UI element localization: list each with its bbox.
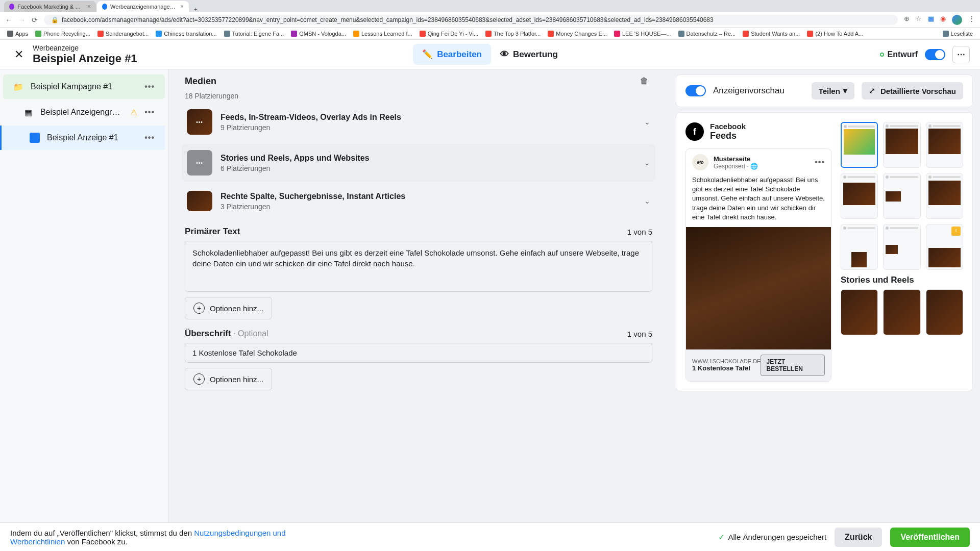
more-icon[interactable]: ••• <box>144 108 155 117</box>
close-icon[interactable]: ✕ <box>10 44 28 65</box>
bookmark-item[interactable]: Money Changes E... <box>546 30 609 38</box>
share-button[interactable]: Teilen▾ <box>812 82 854 99</box>
bookmark-item[interactable]: Chinese translation... <box>154 30 218 38</box>
extension-icon[interactable]: ▦ <box>928 15 934 25</box>
placement-row-right[interactable]: Rechte Spalte, Suchergebnisse, Instant A… <box>182 185 655 217</box>
bookmark-item[interactable]: GMSN - Vologda... <box>289 30 348 38</box>
chevron-down-icon[interactable]: ⌄ <box>644 118 650 126</box>
bookmark-item[interactable]: The Top 3 Platfor... <box>483 30 543 38</box>
translate-icon[interactable]: ⊕ <box>904 15 910 25</box>
favicon-icon <box>9 4 14 10</box>
ads-header: ✕ Werbeanzeige Beispiel Anzeige #1 ✏️ Be… <box>0 40 980 69</box>
facebook-logo-icon: f <box>685 122 704 141</box>
close-icon[interactable]: × <box>180 3 184 10</box>
back-icon[interactable]: ← <box>5 16 12 24</box>
headline-count: 1 von 5 <box>627 330 652 338</box>
section-label: Feeds <box>710 131 746 141</box>
add-option-button[interactable]: + Optionen hinz... <box>185 297 272 319</box>
bookmark-item[interactable]: Phone Recycling... <box>33 30 92 38</box>
grid-section-title: Stories und Reels <box>841 275 963 285</box>
cta-button[interactable]: JETZT BESTELLEN <box>761 355 825 376</box>
preview-thumb[interactable] <box>926 122 963 168</box>
expand-icon: ⤢ <box>869 86 875 95</box>
sidebar-item-campaign[interactable]: 📁 Beispiel Kampagne #1 ••• <box>3 74 165 99</box>
reload-icon[interactable]: ⟳ <box>32 16 38 24</box>
preview-toggle[interactable] <box>685 85 706 96</box>
page-name: Musterseite <box>714 155 758 163</box>
media-subtitle: 18 Platzierungen <box>185 92 652 100</box>
bookmark-item[interactable]: LEE 'S HOUSE—... <box>612 30 673 38</box>
pencil-icon: ✏️ <box>422 49 433 60</box>
chevron-down-icon: ▾ <box>843 86 847 95</box>
headline-input[interactable]: 1 Kostenlose Tafel Schokolade <box>185 343 652 363</box>
active-toggle[interactable] <box>925 49 945 60</box>
bookmark-item[interactable]: (2) How To Add A... <box>805 30 865 38</box>
placement-row-feeds[interactable]: ••• Feeds, In-Stream-Videos, Overlay Ads… <box>182 103 655 141</box>
placement-row-stories[interactable]: ••• Stories und Reels, Apps und Websites… <box>182 144 655 182</box>
primary-text-label: Primärer Text <box>185 227 240 237</box>
preview-thumb[interactable] <box>926 289 963 335</box>
preview-thumb[interactable] <box>841 173 878 219</box>
profile-avatar[interactable] <box>952 15 962 25</box>
eye-icon: 👁 <box>500 49 509 60</box>
post-image <box>686 227 831 349</box>
bookmark-item[interactable]: Tutorial: Eigene Fa... <box>222 30 286 38</box>
placement-thumbnail <box>187 191 212 211</box>
placement-title: Stories und Reels, Apps und Websites <box>220 153 636 164</box>
edit-tab[interactable]: ✏️ Bearbeiten <box>413 44 491 65</box>
preview-thumb[interactable] <box>883 122 920 168</box>
browser-tab-active[interactable]: Werbeanzeigenmanager - We... × <box>97 1 189 12</box>
tab-title: Werbeanzeigenmanager - We... <box>110 4 177 10</box>
chevron-down-icon[interactable]: ⌄ <box>644 159 650 167</box>
bookmark-item[interactable]: Sonderangebot... <box>95 30 151 38</box>
trash-icon[interactable]: 🗑 <box>636 72 652 90</box>
add-option-button[interactable]: + Optionen hinz... <box>185 368 272 390</box>
preview-thumb[interactable] <box>841 122 878 168</box>
warning-icon: ⚠ <box>130 108 137 117</box>
expand-button[interactable]: ⤢ Detaillierte Vorschau <box>862 82 963 99</box>
preview-thumb[interactable] <box>926 173 963 219</box>
chevron-down-icon[interactable]: ⌄ <box>644 197 650 205</box>
forward-icon[interactable]: → <box>18 16 26 24</box>
bookmark-item[interactable]: Datenschutz – Re... <box>676 30 738 38</box>
address-bar[interactable]: 🔒 facebook.com/adsmanager/manage/ads/edi… <box>44 15 898 25</box>
more-button[interactable]: ⋯ <box>952 46 970 63</box>
bookmark-item[interactable]: Qing Fei De Yi - Vi... <box>418 30 480 38</box>
reading-list[interactable]: Leseliste <box>941 30 975 38</box>
placement-thumbnail: ••• <box>187 109 212 135</box>
media-title: Medien <box>185 76 216 87</box>
primary-text-input[interactable]: Schokoladenliebhaber aufgepasst! Bei uns… <box>185 241 652 292</box>
sidebar-item-ad[interactable]: Beispiel Anzeige #1 ••• <box>0 126 165 150</box>
browser-tab[interactable]: Facebook Marketing & Werbe... × <box>4 1 96 12</box>
menu-icon[interactable]: ⋮ <box>968 15 975 25</box>
folder-icon: 📁 <box>13 82 23 92</box>
preview-thumb[interactable] <box>841 289 878 335</box>
extension-icon[interactable]: ◉ <box>940 15 946 25</box>
bookmark-item[interactable]: Student Wants an... <box>741 30 802 38</box>
apps-button[interactable]: Apps <box>5 30 30 38</box>
preview-thumb[interactable] <box>883 173 920 219</box>
close-icon[interactable]: × <box>87 3 91 10</box>
review-tab[interactable]: 👁 Bewertung <box>491 44 567 65</box>
placement-title: Rechte Spalte, Suchergebnisse, Instant A… <box>220 191 636 202</box>
url-text: facebook.com/adsmanager/manage/ads/edit?… <box>62 16 714 23</box>
preview-thumb[interactable] <box>883 224 920 270</box>
sidebar-item-adset[interactable]: ▦ Beispiel Anzeigengrup... ⚠ ••• <box>3 100 165 124</box>
more-icon[interactable]: ••• <box>144 82 155 91</box>
placement-thumbnail: ••• <box>187 150 212 176</box>
preview-thumb[interactable]: ! <box>926 224 963 270</box>
preview-body: f Facebook Feeds Mo Musterseite Gesponse… <box>676 112 973 391</box>
star-icon[interactable]: ☆ <box>916 15 922 25</box>
plus-icon: + <box>193 303 205 314</box>
new-tab-button[interactable]: + <box>190 6 201 12</box>
sidebar: 📁 Beispiel Kampagne #1 ••• ▦ Beispiel An… <box>0 69 168 522</box>
preview-thumb[interactable] <box>883 289 920 335</box>
preview-thumb[interactable] <box>841 224 878 270</box>
more-icon[interactable]: ••• <box>815 158 825 167</box>
headline-label: Überschrift <box>185 329 231 338</box>
fb-post: Mo Musterseite Gesponsert · 🌐 ••• Schoko… <box>685 148 831 382</box>
bookmark-item[interactable]: Lessons Learned f... <box>351 30 414 38</box>
tab-title: Facebook Marketing & Werbe... <box>17 4 84 10</box>
more-icon[interactable]: ••• <box>144 133 155 142</box>
page-avatar: Mo <box>692 154 708 170</box>
